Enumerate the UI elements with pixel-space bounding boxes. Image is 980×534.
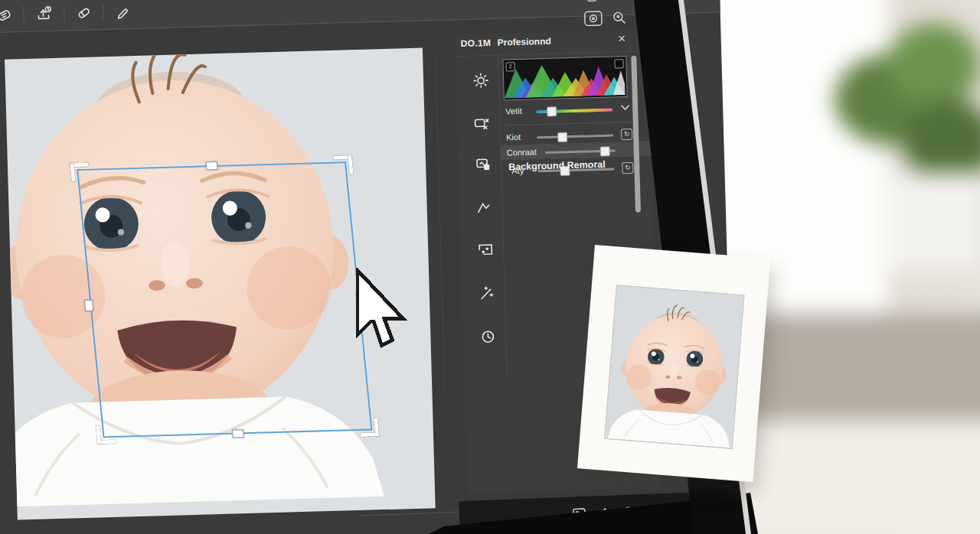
- history-icon[interactable]: [478, 327, 498, 347]
- plant: [888, 23, 980, 107]
- histogram-badge-left: 2: [505, 62, 514, 71]
- reset-icon[interactable]: ↻: [621, 129, 632, 140]
- toolbar-divider: [64, 5, 65, 21]
- slider-handle[interactable]: [557, 132, 567, 142]
- panel-header: DO.1M Profesionnd ✕: [454, 29, 649, 57]
- slider-row-vetit: Vetit: [504, 102, 634, 119]
- eraser-icon[interactable]: [75, 4, 93, 21]
- selection-corner-handle[interactable]: [96, 425, 116, 444]
- slider-handle[interactable]: [547, 106, 557, 116]
- hue-slider-track[interactable]: [536, 109, 612, 114]
- curves-icon[interactable]: [474, 197, 495, 218]
- sticker-icon[interactable]: [0, 6, 13, 24]
- panel-divider: [505, 122, 632, 126]
- plant-pot: [884, 172, 980, 272]
- toolbar-divider: [23, 6, 24, 23]
- pen-icon[interactable]: [114, 3, 132, 21]
- frame-icon[interactable]: [475, 239, 496, 260]
- selection-box[interactable]: [77, 161, 372, 438]
- print-photo-image: [604, 285, 744, 449]
- selection-border: [77, 161, 372, 438]
- slider-label: Kiot: [506, 132, 521, 142]
- top-toolbar: [0, 0, 720, 34]
- reset-icon[interactable]: ↻: [622, 162, 633, 174]
- histogram-badge-right: [614, 59, 623, 68]
- selection-corner-handle[interactable]: [333, 155, 353, 174]
- toolbar-divider: [103, 4, 104, 21]
- upload-history-icon[interactable]: [34, 5, 54, 24]
- selection-edge-handle[interactable]: [232, 429, 244, 438]
- histogram[interactable]: 2: [502, 56, 627, 101]
- chevron-down-icon[interactable]: [620, 104, 630, 111]
- panel-brand: DO.1M: [461, 37, 492, 49]
- duplicate-layer-icon[interactable]: [473, 155, 494, 175]
- mouse-cursor: [352, 268, 416, 353]
- slider-label: Vetit: [505, 106, 522, 116]
- magic-wand-icon[interactable]: [476, 283, 497, 304]
- brightness-icon[interactable]: [471, 70, 492, 91]
- selection-corner-handle[interactable]: [359, 418, 379, 437]
- panel-title: Profesionnd: [498, 36, 551, 48]
- slider-track[interactable]: [537, 135, 613, 139]
- scene: DO.1M Profesionnd ✕: [0, 0, 980, 534]
- panel-close-icon[interactable]: ✕: [618, 33, 626, 44]
- panel-scrollbar[interactable]: [631, 56, 641, 213]
- layers-icon[interactable]: [586, 0, 600, 3]
- export-icon[interactable]: [472, 113, 492, 134]
- selection-corner-handle[interactable]: [70, 163, 90, 182]
- panel-divider: [435, 58, 445, 395]
- tool-column: [464, 61, 495, 62]
- slider-row-conraat: Conraat: [505, 143, 635, 161]
- slider-label: Conraat: [507, 147, 537, 157]
- selection-edge-handle[interactable]: [206, 161, 218, 170]
- close-icon[interactable]: [611, 0, 622, 2]
- zoom-icon[interactable]: [612, 10, 628, 26]
- selection-edge-handle[interactable]: [84, 300, 93, 311]
- photo-print: [577, 245, 770, 482]
- capture-icon[interactable]: [583, 9, 605, 28]
- slider-handle[interactable]: [600, 146, 610, 156]
